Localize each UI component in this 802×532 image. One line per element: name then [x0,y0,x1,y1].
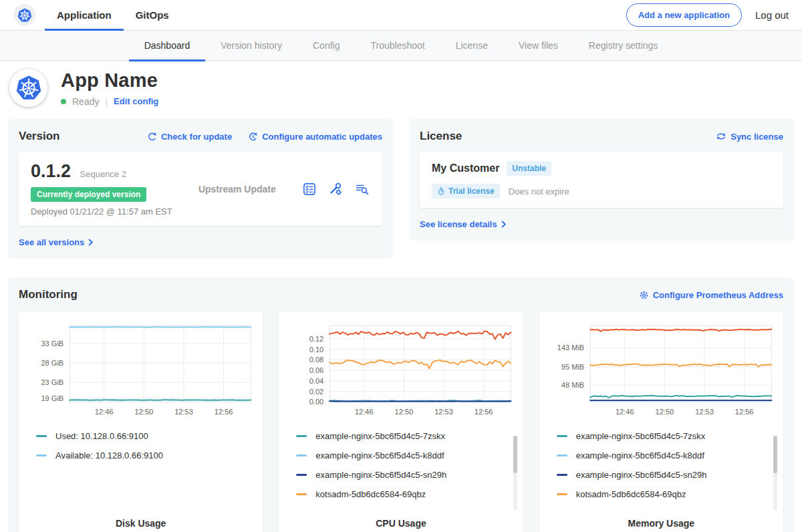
configure-prometheus-link[interactable]: Configure Prometheus Address [639,290,783,300]
nav-tab-gitops[interactable]: GitOps [124,0,181,31]
chart-plot: 143 MiB95 MiB48 MiB12:4612:5012:5312:56 [549,320,774,421]
svg-text:0.06: 0.06 [309,366,323,374]
legend-color-dash [296,454,307,456]
primary-tabs: ApplicationGitOps [45,0,181,31]
license-details-row: My Customer Unstable Trial license Does … [420,152,783,208]
config-wrench-icon[interactable] [328,182,343,196]
legend-item: example-nginx-5bc6f5d4c5-k8ddf [557,450,774,460]
chevron-right-icon [501,221,507,228]
legend-item: example-nginx-5bc6f5d4c5-7zskx [296,431,513,441]
status-text: Ready [72,96,99,107]
secondary-navbar: DashboardVersion historyConfigTroublesho… [0,31,802,61]
legend-color-dash [36,435,47,437]
legend-item: example-nginx-5bc6f5d4c5-sn29h [557,470,774,480]
legend-label: example-nginx-5bc6f5d4c5-k8ddf [315,450,444,460]
svg-text:0.04: 0.04 [309,377,323,385]
file-search-icon[interactable] [354,182,370,196]
legend-label: kotsadm-5db6dc6584-69qbz [315,489,426,499]
chart-plot: 33 GiB28 GiB23 GiB19 GiB12:4612:5012:531… [28,320,253,421]
legend-scrollbar[interactable] [513,436,517,511]
chart-title: CPU Usage [288,518,513,529]
deployed-badge: Currently deployed version [31,187,146,202]
subnav-tab-version-history[interactable]: Version history [205,31,297,61]
subnav-tab-dashboard[interactable]: Dashboard [129,31,206,61]
svg-text:12:46: 12:46 [95,408,114,416]
divider: | [105,96,108,107]
legend-color-dash [296,435,307,437]
preflight-checklist-icon[interactable] [302,182,317,196]
svg-text:12:50: 12:50 [655,408,674,416]
svg-text:12:50: 12:50 [135,408,154,416]
current-version-row: 0.1.2 Sequence 2 Currently deployed vers… [19,152,382,226]
legend-label: Used: 10.128.0.66:9100 [55,431,148,441]
svg-text:12:56: 12:56 [215,408,233,416]
legend-color-dash [296,493,307,495]
svg-text:48 MiB: 48 MiB [561,381,584,389]
chevron-right-icon [88,239,94,246]
version-number: 0.1.2 [31,161,71,181]
chart-title: Memory Usage [549,518,774,529]
svg-text:23 GiB: 23 GiB [41,378,63,386]
svg-text:0.00: 0.00 [309,398,323,406]
svg-text:95 MiB: 95 MiB [561,363,584,371]
top-navbar: ApplicationGitOps Add a new application … [0,0,802,31]
chart-card-disk-usage: 33 GiB28 GiB23 GiB19 GiB12:4612:5012:531… [19,311,263,532]
charts-grid: 33 GiB28 GiB23 GiB19 GiB12:4612:5012:531… [19,311,783,532]
legend-label: example-nginx-5bc6f5d4c5-sn29h [315,470,446,480]
chart-card-cpu-usage: 0.000.020.040.060.080.100.1212:4612:5012… [279,311,523,532]
clock-refresh-icon [248,132,258,142]
app-header: App Name Ready | Edit config [0,61,802,114]
see-all-versions-link[interactable]: See all versions [19,237,94,247]
chart-title: Disk Usage [28,518,253,529]
legend-color-dash [557,454,567,456]
add-application-button[interactable]: Add a new application [626,3,742,27]
svg-text:0.02: 0.02 [309,388,323,396]
version-card-title: Version [19,130,59,143]
nav-tab-application[interactable]: Application [45,0,124,31]
scrollbar-thumb[interactable] [513,436,517,473]
legend-label: Available: 10.128.0.66:9100 [55,450,163,460]
license-card: License Sync license My Cust [409,119,794,241]
chart-legend: example-nginx-5bc6f5d4c5-7zskxexample-ng… [288,431,513,499]
monitoring-section: Monitoring Configure Prometheus Address … [8,277,794,532]
version-card: Version Check for update [8,119,393,259]
subnav-tab-config[interactable]: Config [297,31,355,61]
edit-config-link[interactable]: Edit config [114,96,158,106]
check-for-update-link[interactable]: Check for update [147,132,232,142]
legend-label: kotsadm-5db6dc6584-69qbz [576,489,686,499]
legend-item: example-nginx-5bc6f5d4c5-sn29h [296,470,513,480]
svg-text:0.12: 0.12 [309,335,323,343]
svg-text:33 GiB: 33 GiB [41,340,63,348]
legend-item: Used: 10.128.0.66:9100 [36,431,253,441]
sync-license-link[interactable]: Sync license [716,132,783,142]
svg-text:12:56: 12:56 [735,408,754,416]
legend-item: Available: 10.128.0.66:9100 [36,450,253,460]
svg-text:0.08: 0.08 [309,356,323,364]
svg-text:0.10: 0.10 [309,346,323,354]
subnav-tab-registry-settings[interactable]: Registry settings [573,31,673,61]
sync-arrows-icon [716,132,726,141]
svg-text:12:46: 12:46 [616,408,634,416]
subnav-tab-view-files[interactable]: View files [503,31,573,61]
legend-item: kotsadm-5db6dc6584-69qbz [557,489,774,499]
legend-color-dash [296,474,307,476]
chart-legend: example-nginx-5bc6f5d4c5-7zskxexample-ng… [549,431,774,499]
chart-card-memory-usage: 143 MiB95 MiB48 MiB12:4612:5012:5312:56 … [539,311,783,532]
legend-item: example-nginx-5bc6f5d4c5-7zskx [557,431,774,441]
license-card-title: License [420,130,462,143]
svg-text:12:56: 12:56 [475,408,493,416]
svg-text:12:53: 12:53 [174,408,193,416]
legend-scrollbar[interactable] [773,436,777,511]
subnav-tab-troubleshoot[interactable]: Troubleshoot [355,31,440,61]
configure-automatic-updates-link[interactable]: Configure automatic updates [248,132,382,142]
logout-link[interactable]: Log out [755,9,789,21]
main-content: Version Check for update [0,114,802,532]
license-expiry: Does not expire [509,186,569,196]
scrollbar-thumb[interactable] [773,436,777,473]
subnav-tab-license[interactable]: License [440,31,503,61]
see-license-details-link[interactable]: See license details [420,219,507,229]
legend-color-dash [557,493,567,495]
channel-badge: Unstable [507,161,551,176]
svg-text:12:53: 12:53 [435,408,454,416]
chart-legend: Used: 10.128.0.66:9100Available: 10.128.… [28,431,253,460]
